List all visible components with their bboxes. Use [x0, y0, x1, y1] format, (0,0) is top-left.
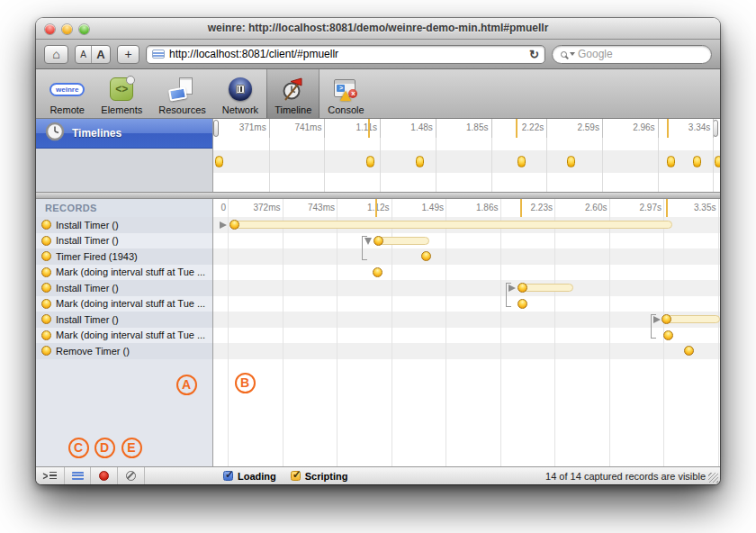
- grid-gridline: [446, 199, 446, 466]
- record-event-dot[interactable]: [518, 299, 527, 309]
- console-prompt-icon: >: [43, 470, 49, 482]
- tab-resources[interactable]: Resources: [150, 69, 214, 118]
- text-larger-button[interactable]: A: [92, 46, 110, 63]
- record-event-dot[interactable]: [374, 236, 383, 246]
- tab-network[interactable]: Network: [214, 69, 266, 118]
- record-button[interactable]: [91, 467, 118, 484]
- timeline-marker-line: [667, 119, 669, 138]
- resources-icon: [169, 76, 194, 103]
- record-duration-bar[interactable]: [519, 284, 573, 292]
- expand-arrow-icon[interactable]: [220, 221, 227, 229]
- minimize-button[interactable]: [62, 24, 72, 34]
- list-icon: [72, 472, 84, 480]
- record-list-item[interactable]: Install Timer (): [36, 217, 213, 233]
- window-title: weinre: http://localhost:8081/demo/weinr…: [36, 18, 720, 39]
- tab-timeline[interactable]: Timeline: [266, 69, 320, 118]
- ruler-tick-label: 2.96s: [633, 122, 654, 132]
- overview-event-dot[interactable]: [567, 156, 575, 167]
- overview-event-dot[interactable]: [366, 156, 374, 167]
- weinre-badge-icon: weinre: [50, 76, 85, 103]
- record-list-item[interactable]: Remove Timer (): [36, 343, 213, 359]
- overview-graph[interactable]: 371ms741ms1.11s1.48s1.85s2.22s2.59s2.96s…: [213, 119, 720, 192]
- overview-event-dot[interactable]: [518, 156, 526, 167]
- plus-icon: +: [124, 47, 131, 61]
- record-label: Remove Timer (): [56, 346, 130, 357]
- new-tab-button[interactable]: +: [117, 45, 140, 64]
- search-input[interactable]: Google: [552, 45, 712, 64]
- legend-item-scripting: Scripting: [291, 471, 348, 482]
- tab-label: Elements: [101, 104, 142, 115]
- overview-event-dot[interactable]: [215, 156, 223, 167]
- legend-item-loading: Loading: [223, 471, 276, 482]
- expand-arrow-icon[interactable]: [653, 316, 661, 323]
- legend-label: Loading: [238, 471, 276, 482]
- overview-left-resizer[interactable]: [213, 120, 219, 137]
- grid-tick-label: 1.49s: [422, 203, 444, 212]
- url-text[interactable]: http://localhost:8081/client/#pmuellr: [169, 48, 525, 60]
- record-label: Mark (doing interval stuff at Tue ...: [56, 330, 205, 340]
- grid-tick-label: 2.60s: [585, 203, 607, 212]
- record-list-item[interactable]: Install Timer (): [36, 312, 213, 328]
- checkbox-scripting[interactable]: [291, 471, 301, 481]
- overview-event-dot[interactable]: [667, 156, 675, 167]
- ruler-tick: [546, 119, 547, 138]
- overview-event-dot[interactable]: [693, 156, 701, 167]
- toggle-console-button[interactable]: >: [36, 467, 65, 484]
- record-event-dot[interactable]: [662, 314, 671, 324]
- ruler-tick-label: 1.85s: [466, 122, 488, 132]
- record-list-item[interactable]: Mark (doing interval stuff at Tue ...: [36, 265, 213, 281]
- records-pane: RECORDS Install Timer ()Install Timer ()…: [36, 199, 720, 466]
- grid-tick-label: 1.12s: [367, 203, 389, 212]
- tab-label: Timeline: [274, 104, 311, 115]
- clear-records-button[interactable]: [118, 467, 145, 484]
- record-event-dot[interactable]: [230, 220, 239, 230]
- overview-event-dot[interactable]: [416, 156, 424, 167]
- annotation-circle-b: B: [235, 373, 256, 393]
- reload-icon[interactable]: ↻: [529, 48, 539, 61]
- ruler-tick-label: 3.34s: [688, 122, 710, 132]
- record-duration-bar[interactable]: [376, 237, 429, 245]
- record-duration-bar[interactable]: [664, 315, 720, 323]
- console-icon: > x: [334, 76, 357, 103]
- record-label: Mark (doing interval stuff at Tue ...: [56, 266, 205, 277]
- record-list-item[interactable]: Mark (doing interval stuff at Tue ...: [36, 328, 213, 344]
- close-button[interactable]: [45, 24, 55, 34]
- record-event-dot[interactable]: [518, 283, 527, 293]
- record-event-dot[interactable]: [421, 251, 431, 261]
- tab-console[interactable]: > x Console: [320, 69, 372, 118]
- checkbox-loading[interactable]: [223, 471, 233, 481]
- network-icon: [229, 76, 252, 103]
- chevron-down-icon[interactable]: [570, 52, 575, 56]
- grid-tick-label: 2.23s: [531, 203, 553, 212]
- record-event-dot[interactable]: [684, 346, 694, 356]
- record-list-item[interactable]: Install Timer (): [36, 280, 213, 296]
- resize-grip-icon[interactable]: [708, 473, 718, 483]
- record-list-item[interactable]: Install Timer (): [36, 233, 213, 249]
- home-button[interactable]: ⌂: [44, 45, 68, 64]
- timeline-marker-line: [516, 119, 518, 138]
- record-event-dot[interactable]: [373, 267, 382, 277]
- overview-event-dot[interactable]: [715, 156, 721, 167]
- tab-elements[interactable]: <> Elements: [93, 69, 150, 118]
- grid-tick-label: 3.35s: [694, 203, 716, 212]
- expand-arrow-icon[interactable]: [508, 285, 516, 292]
- record-list-item[interactable]: Timer Fired (1943): [36, 248, 213, 265]
- ruler-tick-label: 2.59s: [577, 122, 598, 132]
- record-grid-row: [213, 248, 720, 265]
- ruler-tick: [658, 119, 659, 138]
- address-bar[interactable]: http://localhost:8081/client/#pmuellr ↻: [146, 45, 545, 64]
- timeline-overview-pane: Timelines 371ms741ms1.11s1.48s1.85s2.22s…: [36, 119, 720, 192]
- text-size-segmented-control: A A: [75, 45, 111, 64]
- pane-splitter[interactable]: [36, 192, 720, 199]
- record-duration-bar[interactable]: [232, 221, 672, 229]
- zoom-button[interactable]: [79, 24, 89, 34]
- record-list-item[interactable]: Mark (doing interval stuff at Tue ...: [36, 296, 213, 312]
- collapse-arrow-icon[interactable]: [364, 238, 372, 245]
- record-event-dot[interactable]: [663, 330, 673, 340]
- records-view-button[interactable]: [65, 467, 91, 484]
- sidebar-item-timelines[interactable]: Timelines: [36, 119, 212, 149]
- record-grid-row: [213, 328, 720, 344]
- tab-remote[interactable]: weinre Remote: [41, 69, 93, 118]
- ruler-tick-label: 2.22s: [522, 122, 544, 132]
- text-smaller-button[interactable]: A: [76, 46, 92, 63]
